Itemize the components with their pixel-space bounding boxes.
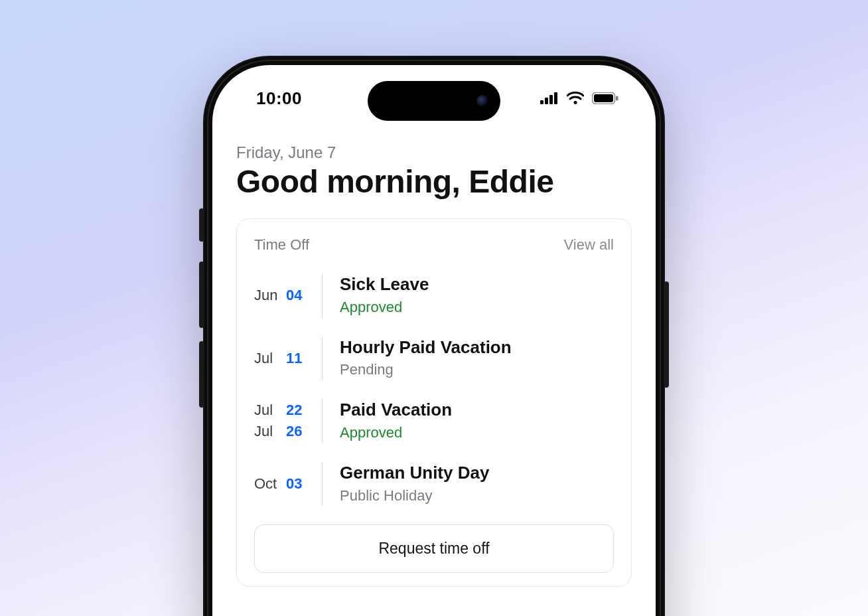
status-time: 10:00	[256, 88, 302, 109]
time-off-date: Jun04	[254, 273, 322, 318]
time-off-list: Jun04Sick LeaveApprovedJul11Hourly Paid …	[254, 273, 614, 506]
time-off-status: Public Holiday	[340, 486, 489, 506]
wifi-icon	[567, 92, 584, 105]
greeting-title: Good morning, Eddie	[236, 163, 632, 200]
svg-point-4	[574, 101, 577, 104]
time-off-date: Jul11	[254, 337, 322, 381]
phone-frame: 10:00	[203, 56, 665, 616]
date-day: 22	[286, 401, 302, 420]
cellular-icon	[540, 92, 559, 104]
date-day: 11	[286, 349, 302, 368]
time-off-item[interactable]: Jul22Jul26Paid VacationApproved	[254, 399, 614, 443]
time-off-status: Pending	[340, 360, 512, 380]
date-day: 04	[286, 286, 302, 305]
time-off-item[interactable]: Jun04Sick LeaveApproved	[254, 273, 614, 318]
phone-side-button	[664, 281, 669, 388]
date-day: 26	[286, 422, 302, 441]
view-all-link[interactable]: View all	[564, 236, 614, 254]
app-content: Friday, June 7 Good morning, Eddie Time …	[212, 131, 656, 587]
status-icons	[540, 92, 618, 105]
phone-side-button	[199, 208, 204, 242]
battery-icon	[592, 92, 618, 104]
time-off-title: Hourly Paid Vacation	[340, 337, 512, 359]
time-off-card: Time Off View all Jun04Sick LeaveApprove…	[236, 218, 632, 587]
phone-screen: 10:00	[212, 65, 656, 616]
date-month: Jul	[254, 401, 286, 420]
card-title: Time Off	[254, 236, 309, 254]
dynamic-island	[368, 81, 500, 121]
time-off-info: Hourly Paid VacationPending	[340, 337, 512, 381]
vertical-divider	[322, 273, 323, 318]
time-off-item[interactable]: Oct03German Unity DayPublic Holiday	[254, 462, 614, 506]
current-date: Friday, June 7	[236, 143, 632, 162]
time-off-item[interactable]: Jul11Hourly Paid VacationPending	[254, 337, 614, 381]
time-off-status: Approved	[340, 297, 429, 318]
date-month: Oct	[254, 475, 286, 494]
svg-rect-1	[545, 98, 548, 104]
phone-side-button	[199, 341, 204, 408]
vertical-divider	[322, 337, 323, 381]
time-off-info: Sick LeaveApproved	[340, 273, 429, 318]
time-off-title: German Unity Day	[340, 462, 489, 485]
request-time-off-button[interactable]: Request time off	[254, 524, 614, 573]
svg-rect-6	[594, 94, 613, 102]
date-month: Jul	[254, 349, 286, 368]
svg-rect-0	[540, 100, 543, 104]
svg-rect-7	[616, 96, 618, 101]
svg-rect-2	[549, 95, 553, 104]
date-month: Jul	[254, 422, 286, 441]
svg-rect-3	[554, 92, 557, 104]
time-off-date: Jul22Jul26	[254, 399, 322, 443]
time-off-date: Oct03	[254, 462, 322, 506]
date-month: Jun	[254, 286, 286, 305]
time-off-title: Paid Vacation	[340, 399, 452, 422]
time-off-info: Paid VacationApproved	[340, 399, 452, 443]
time-off-status: Approved	[340, 423, 452, 443]
time-off-info: German Unity DayPublic Holiday	[340, 462, 489, 506]
card-header: Time Off View all	[254, 236, 614, 254]
vertical-divider	[322, 399, 323, 443]
date-day: 03	[286, 475, 302, 494]
vertical-divider	[322, 462, 323, 506]
time-off-title: Sick Leave	[340, 273, 429, 296]
phone-side-button	[199, 262, 204, 328]
